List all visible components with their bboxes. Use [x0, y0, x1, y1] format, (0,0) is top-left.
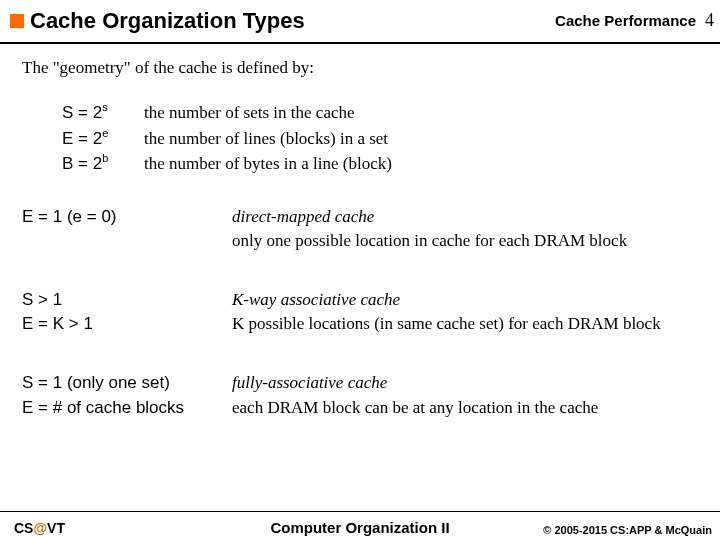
slide: Cache Organization Types Cache Performan… — [0, 0, 720, 540]
geom-desc: the number of bytes in a line (block) — [144, 151, 392, 177]
geom-row: B = 2b the number of bytes in a line (bl… — [62, 151, 710, 177]
geom-base: B = 2 — [62, 154, 102, 173]
geom-sup: s — [102, 101, 108, 113]
page-number: 4 — [705, 10, 714, 31]
type-row: E = 1 (e = 0) direct-mapped cache only o… — [22, 205, 710, 254]
geom-desc: the number of sets in the cache — [144, 100, 355, 126]
geom-symbol: S = 2s — [62, 100, 144, 126]
type-description: direct-mapped cache only one possible lo… — [232, 205, 710, 254]
geom-sup: e — [102, 127, 108, 139]
type-condition: E = 1 (e = 0) — [22, 205, 232, 254]
type-name: fully-associative cache — [232, 371, 710, 396]
type-condition: S = 1 (only one set) E = # of cache bloc… — [22, 371, 232, 420]
geom-base: E = 2 — [62, 129, 102, 148]
type-detail: only one possible location in cache for … — [232, 229, 710, 254]
type-description: K-way associative cache K possible locat… — [232, 288, 710, 337]
geom-row: E = 2e the number of lines (blocks) in a… — [62, 126, 710, 152]
footer-right: © 2005-2015 CS:APP & McQuain — [543, 524, 712, 536]
type-condition: S > 1 E = K > 1 — [22, 288, 232, 337]
footer: CS@VT Computer Organization II © 2005-20… — [0, 511, 720, 540]
cond-line: E = 1 (e = 0) — [22, 205, 222, 230]
slide-body: The "geometry" of the cache is defined b… — [22, 58, 710, 420]
cond-line: E = # of cache blocks — [22, 396, 222, 421]
type-row: S > 1 E = K > 1 K-way associative cache … — [22, 288, 710, 337]
geometry-list: S = 2s the number of sets in the cache E… — [62, 100, 710, 177]
cond-line: S = 1 (only one set) — [22, 371, 222, 396]
cond-line: E = K > 1 — [22, 312, 222, 337]
header-divider — [0, 42, 720, 44]
cond-line: S > 1 — [22, 288, 222, 313]
geom-symbol: B = 2b — [62, 151, 144, 177]
type-detail: each DRAM block can be at any location i… — [232, 396, 710, 421]
slide-title: Cache Organization Types — [30, 8, 305, 34]
geom-symbol: E = 2e — [62, 126, 144, 152]
title-bullet-icon — [10, 14, 24, 28]
geom-row: S = 2s the number of sets in the cache — [62, 100, 710, 126]
geom-desc: the number of lines (blocks) in a set — [144, 126, 388, 152]
cache-types: E = 1 (e = 0) direct-mapped cache only o… — [22, 205, 710, 421]
type-name: K-way associative cache — [232, 288, 710, 313]
geom-sup: b — [102, 152, 108, 164]
geom-base: S = 2 — [62, 103, 102, 122]
section-tag: Cache Performance — [555, 12, 696, 29]
type-name: direct-mapped cache — [232, 205, 710, 230]
type-row: S = 1 (only one set) E = # of cache bloc… — [22, 371, 710, 420]
type-description: fully-associative cache each DRAM block … — [232, 371, 710, 420]
header: Cache Organization Types Cache Performan… — [0, 0, 720, 44]
type-detail: K possible locations (in same cache set)… — [232, 312, 710, 337]
intro-text: The "geometry" of the cache is defined b… — [22, 58, 710, 78]
